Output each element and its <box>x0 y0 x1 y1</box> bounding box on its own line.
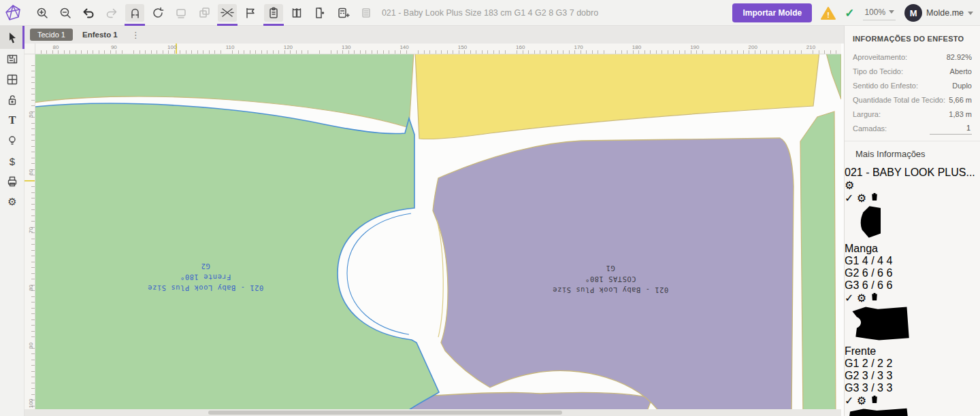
v-ruler-label: 80 <box>28 282 34 293</box>
check-icon: ✓ <box>845 292 853 304</box>
h-ruler-label: 210 <box>806 44 815 50</box>
pinwheel-tool-icon[interactable] <box>0 69 24 90</box>
account-menu[interactable]: M Molde.me <box>904 4 973 22</box>
svg-text:!: ! <box>827 10 830 18</box>
marker-canvas[interactable]: 021 - Baby Look Plus Size Frente 180° G2… <box>35 54 841 416</box>
piece-costas[interactable] <box>433 138 794 416</box>
warning-icon[interactable]: ! <box>821 7 836 20</box>
mold-group-title: 021 - BABY LOOK PLUS... <box>845 167 975 178</box>
camadas-input[interactable]: 1 <box>930 122 972 135</box>
piece-thumbnail-frente[interactable] <box>845 305 980 345</box>
horizontal-ruler: 8090100110120130140150160170180190200210 <box>35 44 841 54</box>
field-tipo-tecido: Tipo do Tecido: Aberto <box>845 64 980 78</box>
h-ruler-label: 150 <box>458 44 467 50</box>
pricing-tool-icon[interactable]: $ <box>0 151 24 171</box>
tab-overflow-menu-icon[interactable]: ⋮ <box>127 30 144 40</box>
panel-title: INFORMAÇÕES DO ENFESTO <box>845 26 980 50</box>
gear-icon[interactable]: ⚙ <box>845 179 854 191</box>
h-ruler-label: 100 <box>167 44 176 50</box>
redo-icon <box>102 4 121 22</box>
zoom-level-value: 100% <box>864 7 885 17</box>
left-tool-sidebar: T $ ⚙ <box>0 26 24 416</box>
zoom-in-icon[interactable] <box>33 4 52 22</box>
vertical-ruler: 5060708090100 <box>24 54 35 416</box>
size-row-g1[interactable]: G1 2 / 2 2 <box>845 358 980 370</box>
app-logo-icon[interactable] <box>4 4 22 22</box>
v-ruler-label: 100 <box>28 398 34 409</box>
top-toolbar: 021 - Baby Look Plus Size 183 cm G1 4 G2… <box>0 0 980 26</box>
field-sentido-enfesto: Sentido do Enfesto: Duplo <box>845 78 980 92</box>
check-icon: ✓ <box>845 395 853 406</box>
piece-name: Frente <box>845 345 980 358</box>
scissors-icon[interactable] <box>218 4 237 22</box>
piece-card-header: ✓ ⚙ <box>845 394 980 407</box>
toolbar-buttons <box>33 0 376 26</box>
clipboard-icon[interactable] <box>264 4 283 22</box>
stamp-icon <box>172 4 191 22</box>
field-aproveitamento: Aproveitamento: 82.92% <box>845 50 980 64</box>
sheet-tabs: Tecido 1 Enfesto 1 ⋮ <box>24 26 844 44</box>
piece-yellow[interactable] <box>415 54 819 139</box>
horizontal-scrollbar-thumb[interactable] <box>208 411 562 415</box>
mold-group-header[interactable]: 021 - BABY LOOK PLUS... ⚙ <box>845 167 980 192</box>
lock-tool-icon[interactable] <box>0 90 24 110</box>
size-row-g2[interactable]: G2 3 / 3 3 <box>845 370 980 382</box>
size-row-g3[interactable]: G3 3 / 3 3 <box>845 382 980 394</box>
magnet-icon[interactable] <box>125 4 144 22</box>
piece-right-green-column[interactable] <box>800 111 836 416</box>
h-ruler-label: 190 <box>690 44 699 50</box>
h-ruler-label: 110 <box>226 44 235 50</box>
more-info-toggle[interactable]: Mais Informações <box>845 141 980 167</box>
trash-icon[interactable] <box>870 292 879 304</box>
piece-top-right-sliver[interactable] <box>826 54 841 99</box>
vertical-ruler-guide-mark <box>24 180 35 181</box>
h-ruler-label: 90 <box>111 44 117 50</box>
v-ruler-label: 70 <box>28 224 34 235</box>
piece-thumbnail-partial[interactable] <box>845 407 980 416</box>
trash-icon[interactable] <box>870 192 879 204</box>
undo-icon[interactable] <box>79 4 98 22</box>
import-mold-button[interactable]: Importar Molde <box>732 3 812 22</box>
nesting-tool-icon[interactable] <box>0 49 24 69</box>
gear-icon[interactable]: ⚙ <box>857 292 866 304</box>
duplicate-icon <box>195 4 214 22</box>
horizontal-scrollbar[interactable] <box>24 409 841 416</box>
lightbulb-tool-icon[interactable] <box>0 131 24 151</box>
tab-tecido[interactable]: Tecido 1 <box>30 29 73 41</box>
export-door-icon[interactable] <box>310 4 329 22</box>
zoom-level-control[interactable]: 100% <box>863 6 896 20</box>
size-row-g1[interactable]: G1 4 / 4 4 <box>845 255 980 267</box>
tab-enfesto[interactable]: Enfesto 1 <box>82 31 118 39</box>
settings-gear-icon[interactable]: ⚙ <box>0 192 24 212</box>
piece-thumbnail-manga[interactable] <box>845 205 980 243</box>
h-ruler-label: 180 <box>632 44 641 50</box>
v-ruler-label: 50 <box>28 109 34 120</box>
chevron-down-icon <box>968 12 973 15</box>
fabric-icon[interactable] <box>287 4 306 22</box>
field-largura: Largura: 1,83 m <box>845 107 980 121</box>
rotate-icon[interactable] <box>148 4 167 22</box>
size-row-g2[interactable]: G2 6 / 6 6 <box>845 267 980 279</box>
account-name: Molde.me <box>926 8 964 18</box>
zoom-out-icon[interactable] <box>56 4 75 22</box>
pointer-tool-icon[interactable] <box>0 26 24 49</box>
text-tool-icon[interactable]: T <box>0 110 24 131</box>
v-ruler-label: 90 <box>28 340 34 351</box>
h-ruler-label: 200 <box>749 44 757 50</box>
piece-frente-selected[interactable] <box>35 103 439 416</box>
h-ruler-label: 140 <box>399 44 408 50</box>
gear-icon[interactable]: ⚙ <box>857 395 866 406</box>
gear-icon[interactable]: ⚙ <box>857 192 866 204</box>
print-tool-icon[interactable] <box>0 171 24 192</box>
size-row-g3[interactable]: G3 6 / 6 6 <box>845 279 980 292</box>
validated-check-icon[interactable]: ✓ <box>845 6 854 20</box>
print-batch-icon <box>357 4 376 22</box>
route-flag-icon[interactable] <box>241 4 260 22</box>
piece-card-partial: ✓ ⚙ <box>845 394 980 416</box>
trash-icon[interactable] <box>870 395 879 406</box>
piece-name: Manga <box>845 243 980 255</box>
calculator-icon[interactable] <box>333 4 353 22</box>
chevron-down-icon <box>889 10 894 14</box>
piece-card-header: ✓ ⚙ <box>845 292 980 305</box>
pattern-pieces-svg <box>35 54 841 416</box>
